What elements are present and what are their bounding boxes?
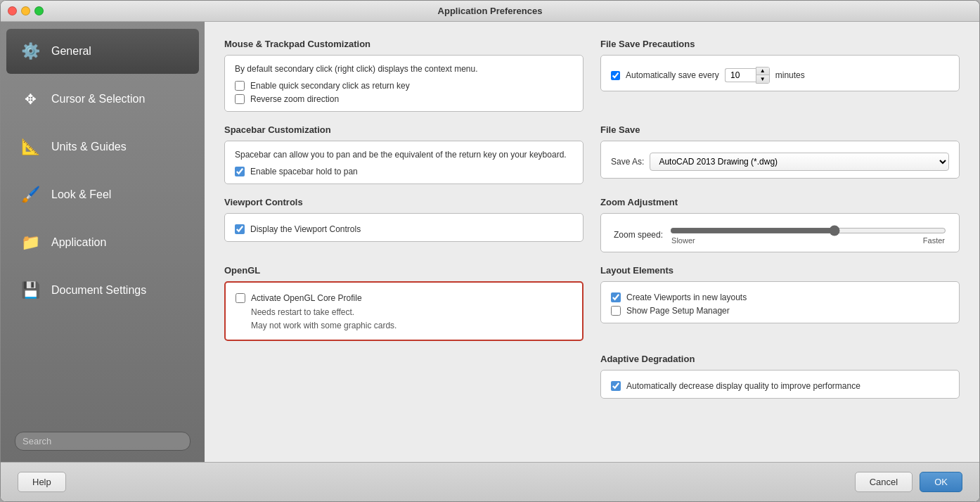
minutes-label: minutes [775, 70, 805, 80]
spinner-buttons: ▲ ▼ [756, 67, 770, 84]
opengl-core-checkbox[interactable] [236, 293, 245, 303]
zoom-speed-slider[interactable] [670, 225, 946, 236]
sidebar-label-cursor: Cursor & Selection [51, 93, 145, 105]
spacebar-pan-row: Enable spacebar hold to pan [235, 167, 573, 176]
close-button[interactable] [8, 6, 17, 15]
maximize-button[interactable] [34, 6, 44, 15]
opengl-note1: Needs restart to take effect. [251, 306, 572, 319]
auto-save-row: Automatically save every ▲ ▼ minutes [611, 67, 949, 84]
create-viewports-checkbox[interactable] [611, 292, 621, 302]
adaptive-degradation-label: Automatically decrease display quality t… [626, 381, 860, 391]
auto-save-number-group: ▲ ▼ [725, 67, 770, 84]
mouse-section-box: By default secondary click (right click)… [224, 55, 584, 112]
adaptive-degradation-checkbox[interactable] [611, 381, 621, 391]
slider-labels: Slower Faster [670, 236, 946, 245]
zoom-adjustment-title: Zoom Adjustment [600, 197, 960, 207]
opengl-notes: Needs restart to take effect. May not wo… [251, 306, 572, 333]
cancel-button[interactable]: Cancel [855, 472, 913, 492]
ok-button[interactable]: OK [920, 472, 962, 492]
quick-secondary-click-label: Enable quick secondary click as return k… [250, 81, 410, 91]
layout-elements-title: Layout Elements [600, 265, 960, 276]
help-button[interactable]: Help [18, 472, 66, 492]
save-as-row: Save As: AutoCAD 2013 Drawing (*.dwg) Au… [611, 153, 949, 171]
sidebar-label-application: Application [51, 236, 106, 249]
save-as-label: Save As: [611, 157, 644, 167]
window-controls [8, 6, 44, 15]
sidebar-label-document: Document Settings [51, 284, 146, 297]
spacer-left [224, 354, 584, 411]
reverse-zoom-checkbox[interactable] [235, 94, 245, 104]
mouse-section-title: Mouse & Trackpad Customization [224, 39, 584, 49]
main-panel: Mouse & Trackpad Customization By defaul… [205, 22, 979, 462]
file-save-precautions-title: File Save Precautions [600, 39, 960, 49]
zoom-adjustment-box: Zoom speed: Slower Faster [600, 213, 960, 252]
sidebar-label-units: Units & Guides [51, 141, 127, 153]
auto-save-checkbox[interactable] [611, 71, 620, 80]
opengl-box: Activate OpenGL Core Profile Needs resta… [224, 281, 584, 341]
minimize-button[interactable] [21, 6, 30, 15]
look-icon: 🖌️ [18, 182, 43, 207]
opengl-core-row: Activate OpenGL Core Profile [236, 293, 572, 303]
spacebar-pan-label: Enable spacebar hold to pan [250, 167, 358, 176]
page-setup-manager-label: Show Page Setup Manager [626, 306, 730, 316]
spacebar-description: Spacebar can allow you to pan and be the… [235, 148, 573, 161]
page-setup-manager-checkbox[interactable] [611, 306, 621, 316]
titlebar: Application Preferences [1, 1, 979, 22]
adaptive-degradation-title: Adaptive Degradation [600, 354, 960, 364]
bottom-right-buttons: Cancel OK [855, 472, 962, 492]
save-as-select[interactable]: AutoCAD 2013 Drawing (*.dwg) AutoCAD 201… [650, 153, 949, 171]
spacebar-section-title: Spacebar Customization [224, 124, 584, 135]
layout-elements-section: Layout Elements Create Viewports in new … [600, 265, 960, 341]
sidebar: ⚙️ General ✥ Cursor & Selection 📐 Units … [1, 22, 205, 462]
sidebar-item-cursor[interactable]: ✥ Cursor & Selection [6, 77, 199, 122]
spacebar-section: Spacebar Customization Spacebar can allo… [224, 124, 584, 184]
search-section [6, 426, 199, 456]
file-save-precautions-box: Automatically save every ▲ ▼ minutes [600, 55, 960, 91]
faster-label: Faster [923, 236, 945, 245]
file-save-precautions-section: File Save Precautions Automatically save… [600, 39, 960, 112]
search-input[interactable] [15, 432, 191, 451]
opengl-section-title: OpenGL [224, 265, 584, 276]
application-window: Application Preferences ⚙️ General ✥ Cur… [0, 0, 980, 502]
window-content: ⚙️ General ✥ Cursor & Selection 📐 Units … [1, 22, 979, 462]
sidebar-label-look: Look & Feel [51, 188, 111, 201]
opengl-core-label: Activate OpenGL Core Profile [251, 293, 362, 303]
spacebar-pan-checkbox[interactable] [235, 167, 245, 176]
sidebar-item-look[interactable]: 🖌️ Look & Feel [6, 172, 199, 217]
cursor-icon: ✥ [18, 86, 43, 112]
viewport-section-title: Viewport Controls [224, 197, 584, 207]
viewport-controls-label: Display the Viewport Controls [250, 224, 361, 234]
sidebar-item-units[interactable]: 📐 Units & Guides [6, 124, 199, 169]
zoom-adjustment-section: Zoom Adjustment Zoom speed: Slower Faste… [600, 197, 960, 252]
spacebar-section-box: Spacebar can allow you to pan and be the… [224, 141, 584, 184]
create-viewports-label: Create Viewports in new layouts [626, 292, 747, 302]
file-save-box: Save As: AutoCAD 2013 Drawing (*.dwg) Au… [600, 141, 960, 179]
auto-save-number-input[interactable] [725, 68, 756, 82]
viewport-controls-checkbox[interactable] [235, 224, 245, 234]
auto-save-label: Automatically save every [626, 70, 719, 80]
mouse-description: By default secondary click (right click)… [235, 63, 573, 75]
create-viewports-row: Create Viewports in new layouts [611, 292, 949, 302]
sidebar-item-application[interactable]: 📁 Application [6, 220, 199, 265]
adaptive-degradation-row: Automatically decrease display quality t… [611, 381, 949, 391]
quick-secondary-click-row: Enable quick secondary click as return k… [235, 81, 573, 91]
reverse-zoom-label: Reverse zoom direction [250, 94, 339, 104]
mouse-trackpad-section: Mouse & Trackpad Customization By defaul… [224, 39, 584, 112]
spinner-down-button[interactable]: ▼ [756, 75, 769, 83]
page-setup-manager-row: Show Page Setup Manager [611, 306, 949, 316]
opengl-note2: May not work with some graphic cards. [251, 319, 572, 333]
quick-secondary-click-checkbox[interactable] [235, 81, 245, 91]
spinner-up-button[interactable]: ▲ [756, 67, 769, 75]
viewport-section: Viewport Controls Display the Viewport C… [224, 197, 584, 252]
zoom-slider-row: Zoom speed: Slower Faster [611, 225, 949, 245]
reverse-zoom-row: Reverse zoom direction [235, 94, 573, 104]
slower-label: Slower [671, 236, 695, 245]
file-save-title: File Save [600, 124, 960, 135]
bottom-bar: Help Cancel OK [1, 462, 979, 501]
application-icon: 📁 [18, 230, 43, 255]
adaptive-degradation-section: Adaptive Degradation Automatically decre… [600, 354, 960, 399]
opengl-section: OpenGL Activate OpenGL Core Profile Need… [224, 265, 584, 341]
layout-elements-box: Create Viewports in new layouts Show Pag… [600, 281, 960, 323]
sidebar-item-document[interactable]: 💾 Document Settings [6, 268, 199, 313]
sidebar-item-general[interactable]: ⚙️ General [6, 29, 199, 74]
